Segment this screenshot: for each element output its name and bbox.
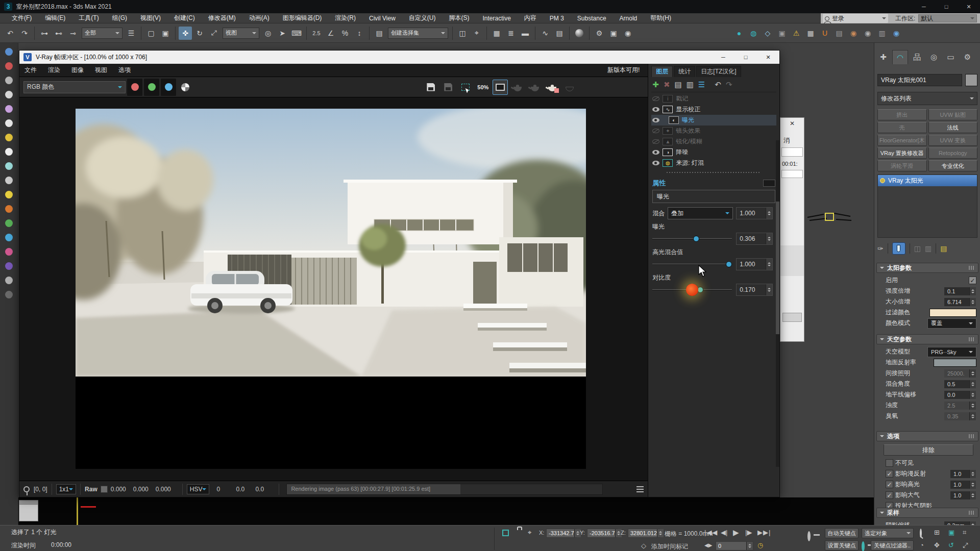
left-toolbar-icon[interactable] <box>5 162 13 170</box>
menu-item-customize[interactable]: 自定义(U) <box>402 14 443 22</box>
size-field[interactable]: 6.714 <box>944 297 976 307</box>
zoom-all-icon[interactable]: ⊞ <box>934 529 940 536</box>
object-name-field[interactable]: VRay 太阳光001 <box>877 74 962 86</box>
modifier-button-turbosmooth[interactable]: 涡轮平滑 <box>877 160 927 171</box>
rendered-frame-window-icon[interactable]: ▣ <box>607 27 620 40</box>
time-config-icon[interactable]: ◷ <box>757 541 763 549</box>
motion-tab-icon[interactable]: ◎ <box>926 50 942 64</box>
pin-stack-icon[interactable]: ✑ <box>877 244 884 253</box>
layer-explorer-icon[interactable]: ≣ <box>504 27 518 40</box>
visibility-eye-icon[interactable] <box>652 118 659 122</box>
rollout-header[interactable]: 太阳参数 <box>876 263 978 273</box>
selection-filter-dropdown[interactable]: 全部 <box>82 28 122 39</box>
dope-sheet-icon[interactable]: ▤ <box>553 27 566 40</box>
close-icon[interactable]: ✕ <box>790 120 795 127</box>
mini-listener[interactable] <box>19 500 38 521</box>
manipulate-icon[interactable]: ➤ <box>276 27 289 40</box>
show-end-result-icon[interactable] <box>892 242 905 255</box>
vfb-close-button[interactable]: ✕ <box>757 51 779 64</box>
horizon-offset-field[interactable]: 0.0 <box>944 390 976 399</box>
invisible-checkbox[interactable] <box>886 459 893 467</box>
shadow-bias-field[interactable]: 0.2mm <box>944 521 976 525</box>
menu-item-file[interactable]: 文件(F) <box>5 14 38 22</box>
zoom-50-icon[interactable]: 50% <box>475 80 491 95</box>
layer-row-lens-effects[interactable]: ✦ 镜头效果 <box>651 126 776 136</box>
blend-amount-field[interactable]: 1.000 <box>736 207 773 219</box>
green-channel-button[interactable] <box>144 79 159 96</box>
menu-item-civil-view[interactable]: Civil View <box>362 15 402 22</box>
highlight-burn-slider[interactable] <box>652 260 732 269</box>
tab-log[interactable]: 日志[TZ汉化] <box>696 66 741 77</box>
panel-scrollbar[interactable] <box>776 140 779 467</box>
qr-icon[interactable]: ▦ <box>804 27 817 40</box>
vfb-menu-image[interactable]: 图像 <box>71 66 84 74</box>
add-time-tag[interactable]: 添加时间标记 <box>651 542 688 551</box>
chaos-icon[interactable]: ◍ <box>747 27 760 40</box>
ribbon-toggle-icon[interactable]: ▬ <box>519 27 532 40</box>
rect-select-icon[interactable]: ▢ <box>144 27 158 40</box>
u-render-icon[interactable]: U <box>818 27 831 40</box>
menu-item-edit[interactable]: 编辑(E) <box>38 14 72 22</box>
region-render-icon[interactable] <box>458 80 473 95</box>
remove-modifier-icon[interactable]: ▥ <box>925 244 932 253</box>
left-toolbar-icon[interactable] <box>5 77 13 84</box>
named-selection-sets-dropdown[interactable]: 创建选择集 <box>388 28 448 39</box>
edit-named-selections-icon[interactable]: ▤ <box>373 27 386 40</box>
key-filters-button[interactable]: 关键点过滤器.. <box>871 540 914 550</box>
undo-icon[interactable]: ↶ <box>4 27 17 40</box>
layer-row-source[interactable]: ◍ 来源: 灯混 <box>651 158 776 168</box>
menu-item-pm3[interactable]: PM 3 <box>543 15 571 22</box>
warning-icon[interactable]: ⚠ <box>790 27 803 40</box>
left-toolbar-icon[interactable] <box>5 48 13 56</box>
left-toolbar-icon[interactable] <box>5 262 13 270</box>
left-toolbar-icon[interactable] <box>5 291 13 298</box>
modifier-button-floorgenerator[interactable]: FloorGenerator[木 <box>877 135 927 146</box>
menu-item-create[interactable]: 创建(C) <box>167 14 202 22</box>
menu-item-tools[interactable]: 工具(T) <box>72 14 105 22</box>
left-toolbar-icon[interactable] <box>5 105 13 113</box>
channel-select-dropdown[interactable]: RGB 颜色 <box>23 81 126 93</box>
affect-atmosphere-checkbox[interactable]: ✓ <box>886 491 893 499</box>
exclude-button[interactable]: 排除 <box>884 444 973 456</box>
filter-color-swatch[interactable] <box>929 309 976 317</box>
reference-coordinate-dropdown[interactable]: 视图 <box>223 28 259 39</box>
y-coordinate-field[interactable]: -203516.7 <box>587 529 618 538</box>
save-layers-icon[interactable]: ▤ <box>674 80 681 89</box>
field-of-view-icon[interactable]: ◔ <box>920 541 924 549</box>
visibility-eye-icon[interactable] <box>652 150 659 155</box>
log-list-icon[interactable] <box>636 486 644 492</box>
key-filter-scope-dropdown[interactable]: 选定对象 <box>862 528 914 538</box>
render-setup-icon[interactable]: ⚙ <box>593 27 606 40</box>
menu-item-rendering[interactable]: 渲染(R) <box>328 14 362 22</box>
workspace-dropdown[interactable]: 默认 <box>918 14 977 22</box>
sign-in-button[interactable]: 登录 <box>823 14 888 23</box>
modifier-button-extrude[interactable]: 挤出 <box>877 109 927 120</box>
visibility-eye-icon[interactable] <box>652 161 659 165</box>
red-channel-button[interactable] <box>127 79 142 96</box>
visibility-eye-icon[interactable] <box>652 107 659 112</box>
bind-spacewarp-icon[interactable]: ⊸ <box>66 27 80 40</box>
zoom-extents-icon[interactable]: ▣ <box>948 529 954 536</box>
layer-row-exposure[interactable]: ◐ 曝光 <box>651 115 776 126</box>
z-coordinate-field[interactable]: 32801.012 <box>628 529 660 538</box>
blend-angle-field[interactable]: 0.5 <box>944 380 976 389</box>
align-icon[interactable]: ⌖ <box>470 27 483 40</box>
close-button[interactable]: ✕ <box>958 0 980 13</box>
window-crossing-icon[interactable]: ▣ <box>159 27 172 40</box>
vfb-menu-view[interactable]: 视图 <box>95 66 107 74</box>
layer-row-denoise[interactable]: ◑ 降噪 <box>651 147 776 158</box>
go-to-end-icon[interactable]: ▶▶| <box>757 529 771 536</box>
go-to-start-icon[interactable]: |◀◀ <box>704 529 718 536</box>
left-toolbar-icon[interactable] <box>5 277 13 284</box>
affect-specular-checkbox[interactable]: ✓ <box>886 481 893 488</box>
left-toolbar-icon[interactable] <box>5 62 13 70</box>
left-toolbar-icon[interactable] <box>5 148 13 156</box>
sample-size-dropdown[interactable]: 1x1 <box>56 484 76 494</box>
modifier-button-normal[interactable]: 法线 <box>928 122 978 133</box>
affect-specular-field[interactable]: 1.0 <box>950 480 976 489</box>
percent-snap-icon[interactable]: % <box>338 27 352 40</box>
render-production-icon[interactable] <box>545 80 560 95</box>
auto-key-button[interactable]: 自动关键点 <box>825 528 859 538</box>
render-production-icon[interactable]: ◉ <box>621 27 634 40</box>
make-unique-icon[interactable]: ◫ <box>914 244 921 253</box>
